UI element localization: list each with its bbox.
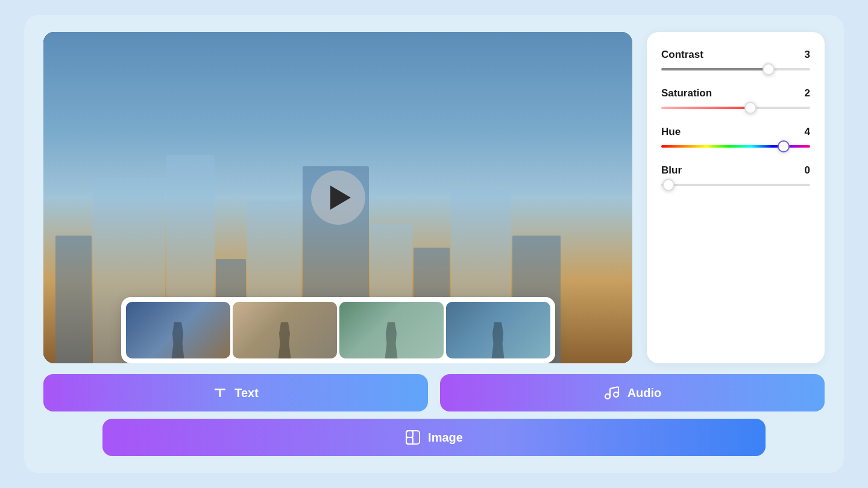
blur-value: 0	[805, 164, 810, 177]
button-row-2: Image	[43, 419, 825, 456]
film-thumb-1[interactable]	[126, 302, 230, 358]
contrast-slider-thumb[interactable]	[763, 63, 775, 75]
text-icon	[213, 386, 227, 400]
video-section	[43, 32, 632, 363]
svg-point-3	[614, 392, 618, 397]
image-svg-icon	[405, 430, 421, 445]
audio-button-label: Audio	[627, 386, 662, 400]
blur-header: Blur 0	[661, 164, 810, 177]
contrast-value: 3	[805, 49, 810, 61]
svg-line-6	[610, 387, 618, 389]
controls-panel: Contrast 3 Saturation 2	[647, 32, 825, 363]
blur-slider-thumb[interactable]	[662, 179, 675, 191]
film-thumb-4[interactable]	[446, 302, 550, 358]
hue-control: Hue 4	[661, 126, 810, 148]
text-button-label: Text	[234, 386, 259, 400]
text-button[interactable]: Text	[43, 374, 428, 411]
bottom-buttons: Text Audio	[43, 374, 825, 456]
contrast-label: Contrast	[661, 49, 703, 61]
contrast-header: Contrast 3	[661, 49, 810, 61]
contrast-control: Contrast 3	[661, 49, 810, 70]
saturation-header: Saturation 2	[661, 87, 810, 99]
saturation-value: 2	[805, 87, 810, 99]
blur-label: Blur	[661, 164, 682, 177]
audio-button[interactable]: Audio	[440, 374, 825, 411]
main-container: Contrast 3 Saturation 2	[24, 15, 844, 473]
play-triangle-icon	[330, 186, 351, 210]
text-svg-icon	[213, 386, 227, 400]
saturation-slider-thumb[interactable]	[744, 102, 756, 114]
filmstrip[interactable]	[121, 297, 555, 363]
blur-control: Blur 0	[661, 164, 810, 186]
hue-value: 4	[805, 126, 810, 138]
contrast-slider-track[interactable]	[661, 68, 810, 70]
audio-svg-icon	[603, 386, 620, 400]
audio-icon	[603, 386, 620, 400]
hue-label: Hue	[661, 126, 681, 138]
play-circle[interactable]	[311, 170, 365, 225]
svg-rect-1	[219, 389, 221, 397]
saturation-label: Saturation	[661, 87, 712, 99]
hue-slider-track[interactable]	[661, 145, 810, 148]
video-player[interactable]	[43, 32, 632, 363]
blur-slider-track[interactable]	[661, 184, 810, 186]
saturation-control: Saturation 2	[661, 87, 810, 109]
svg-point-2	[605, 394, 610, 399]
saturation-slider-track[interactable]	[661, 107, 810, 109]
top-section: Contrast 3 Saturation 2	[43, 32, 825, 363]
film-thumb-2[interactable]	[233, 302, 337, 358]
image-button-label: Image	[428, 431, 463, 445]
hue-header: Hue 4	[661, 126, 810, 138]
image-button[interactable]: Image	[102, 419, 766, 456]
film-thumb-3[interactable]	[339, 302, 444, 358]
button-row-1: Text Audio	[43, 374, 825, 411]
hue-slider-thumb[interactable]	[778, 140, 790, 152]
image-icon	[405, 430, 421, 445]
